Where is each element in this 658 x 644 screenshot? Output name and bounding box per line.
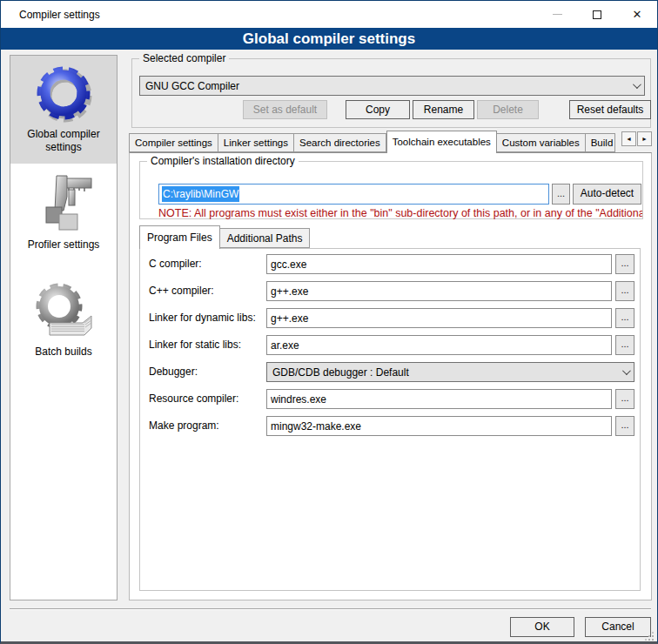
make-program-row: Make program: ... — [140, 416, 640, 436]
tab-custom-variables[interactable]: Custom variables — [497, 133, 586, 152]
subtab-program-files[interactable]: Program Files — [139, 225, 220, 249]
debugger-row: Debugger: GDB/CDB debugger : Default — [140, 362, 640, 382]
dynamic-linker-row: Linker for dynamic libs: ... — [140, 308, 640, 328]
caption-buttons: ✕ — [537, 1, 657, 28]
static-linker-row: Linker for static libs: ... — [140, 335, 640, 355]
dialog-banner-title: Global compiler settings — [1, 28, 657, 50]
blue-gear-icon — [10, 60, 117, 126]
installation-directory-legend: Compiler's installation directory — [147, 155, 299, 167]
chevron-down-icon — [622, 366, 631, 375]
resource-compiler-input[interactable] — [266, 389, 612, 409]
sidebar-item-profiler-settings[interactable]: Profiler settings — [10, 164, 117, 257]
tab-toolchain-executables[interactable]: Toolchain executables — [386, 131, 497, 153]
sidebar-item-label: Batch builds — [10, 344, 117, 364]
maximize-icon — [593, 10, 601, 19]
cpp-compiler-browse-button[interactable]: ... — [615, 281, 634, 301]
reset-defaults-button[interactable]: Reset defaults — [569, 100, 651, 119]
cpp-compiler-label: C++ compiler: — [149, 281, 264, 301]
debugger-dropdown[interactable]: GDB/CDB debugger : Default — [266, 362, 634, 382]
resource-compiler-label: Resource compiler: — [149, 389, 264, 409]
static-linker-browse-button[interactable]: ... — [615, 335, 634, 355]
tab-scroll-left-button[interactable]: ◄ — [621, 131, 636, 146]
c-compiler-browse-button[interactable]: ... — [615, 254, 634, 274]
resource-compiler-browse-button[interactable]: ... — [615, 389, 634, 409]
tab-compiler-settings[interactable]: Compiler settings — [129, 133, 218, 152]
ok-button[interactable]: OK — [510, 617, 574, 637]
title-bar: Compiler settings ✕ — [1, 1, 657, 28]
debugger-value: GDB/CDB debugger : Default — [272, 366, 409, 379]
sidebar-item-batch-builds[interactable]: Batch builds — [10, 257, 117, 364]
window-title: Compiler settings — [1, 9, 100, 21]
tab-build-options[interactable]: Build options — [586, 133, 615, 152]
left-arrow-icon: ◄ — [626, 136, 632, 142]
c-compiler-input[interactable] — [266, 254, 612, 274]
selected-compiler-dropdown[interactable]: GNU GCC Compiler — [139, 76, 645, 96]
right-arrow-icon: ► — [641, 136, 648, 142]
auto-detect-button[interactable]: Auto-detect — [573, 184, 641, 205]
minimize-icon — [553, 14, 562, 15]
installation-directory-group: Compiler's installation directory C:\ray… — [139, 161, 643, 219]
delete-button[interactable]: Delete — [477, 100, 539, 119]
gray-gear-stack-icon — [10, 278, 117, 344]
compiler-settings-dialog: Compiler settings ✕ Global compiler sett… — [0, 0, 658, 644]
maximize-button[interactable] — [577, 1, 617, 28]
minimize-button[interactable] — [537, 1, 577, 28]
selected-compiler-legend: Selected compiler — [139, 52, 229, 64]
tab-scroll-buttons: ◄ ► — [621, 131, 652, 146]
copy-button[interactable]: Copy — [346, 100, 410, 119]
tab-linker-settings[interactable]: Linker settings — [218, 133, 294, 152]
cpp-compiler-input[interactable] — [266, 281, 612, 301]
dynamic-linker-label: Linker for dynamic libs: — [149, 308, 264, 328]
make-program-label: Make program: — [149, 416, 264, 436]
debugger-label: Debugger: — [149, 362, 264, 382]
chevron-down-icon — [633, 80, 641, 89]
settings-category-list: Global compiler settings — [10, 55, 118, 600]
program-files-panel: C compiler: ... C++ compiler: ... Linker… — [139, 248, 641, 591]
close-button[interactable]: ✕ — [617, 1, 657, 28]
resource-compiler-row: Resource compiler: ... — [140, 389, 640, 409]
c-compiler-row: C compiler: ... — [140, 254, 640, 274]
sidebar-item-label: Profiler settings — [10, 237, 117, 257]
static-linker-input[interactable] — [266, 335, 612, 355]
toolchain-subtab-bar: Program Files Additional Paths — [139, 225, 310, 249]
rename-button[interactable]: Rename — [413, 100, 474, 119]
caliper-icon — [10, 171, 117, 237]
c-compiler-label: C compiler: — [149, 254, 264, 274]
sidebar-item-label: Global compiler settings — [10, 126, 117, 159]
make-program-input[interactable] — [266, 416, 612, 436]
installation-directory-input[interactable]: C:\raylib\MinGW — [158, 184, 549, 205]
installation-directory-value: C:\raylib\MinGW — [162, 186, 239, 202]
close-icon: ✕ — [633, 9, 642, 20]
footer-separator — [10, 608, 651, 610]
cpp-compiler-row: C++ compiler: ... — [140, 281, 640, 301]
tab-search-directories[interactable]: Search directories — [294, 133, 386, 152]
bin-subdirectory-note: NOTE: All programs must exist either in … — [158, 207, 642, 219]
selected-compiler-group: Selected compiler GNU GCC Compiler Set a… — [131, 58, 651, 128]
set-as-default-button[interactable]: Set as default — [243, 100, 327, 119]
settings-tab-bar: Compiler settings Linker settings Search… — [129, 131, 652, 153]
dynamic-linker-input[interactable] — [266, 308, 612, 328]
toolchain-executables-page: Compiler's installation directory C:\ray… — [129, 152, 652, 600]
sidebar-item-global-compiler-settings[interactable]: Global compiler settings — [10, 56, 117, 164]
dynamic-linker-browse-button[interactable]: ... — [615, 308, 634, 328]
resize-grip-icon[interactable] — [643, 630, 654, 641]
cancel-button[interactable]: Cancel — [585, 617, 651, 637]
installation-directory-browse-button[interactable]: ... — [552, 184, 570, 205]
make-program-browse-button[interactable]: ... — [615, 416, 634, 436]
tab-scroll-right-button[interactable]: ► — [637, 131, 652, 146]
selected-compiler-value: GNU GCC Compiler — [145, 80, 239, 92]
static-linker-label: Linker for static libs: — [149, 335, 264, 355]
subtab-additional-paths[interactable]: Additional Paths — [220, 228, 311, 248]
